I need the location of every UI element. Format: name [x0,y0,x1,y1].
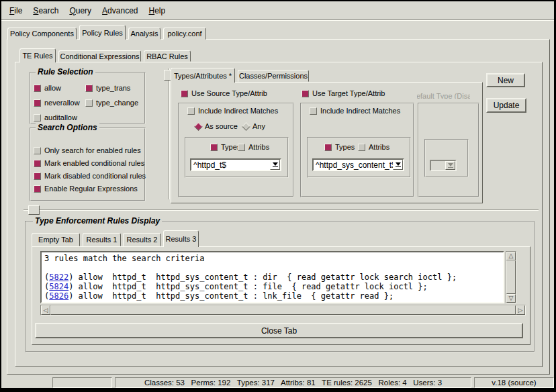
scroll-down-icon[interactable]: ▽ [506,294,516,303]
scroll-left-icon[interactable]: ◁ [41,305,50,315]
results-vscrollbar[interactable]: △ ▽ [506,251,516,303]
results-summary: 3 rules match the search criteria [44,254,500,263]
results-blank-line [44,263,500,273]
close-tab-button[interactable]: Close Tab [35,323,523,338]
rule-link-5824[interactable]: 5824 [49,282,68,291]
rule-link-5826[interactable]: 5826 [49,291,68,301]
hscroll-thumb[interactable] [50,305,516,315]
results-hscrollbar[interactable]: ◁ ▷ [40,305,526,315]
close-tab-button-label: Close Tab [261,326,297,336]
scroll-up-icon[interactable]: △ [506,252,516,260]
rule-line: (5826) allow httpd_t httpd_sys_content_t… [44,291,500,301]
rule-line: (5822) allow httpd_t httpd_sys_content_t… [44,273,500,282]
rule-line: (5824) allow httpd_t httpd_sys_content_t… [44,282,500,291]
scroll-right-icon[interactable]: ▷ [516,305,525,315]
rule-link-5822[interactable]: 5822 [49,273,68,282]
te-rules-content: Rule Selection allow type_trans neverall… [1,1,556,392]
results-content: 3 rules match the search criteria (5822)… [1,1,556,392]
apol-window: File Search Query Advanced Help Policy C… [0,0,556,392]
results-textarea[interactable]: 3 rules match the search criteria (5822)… [40,251,504,303]
vscroll-thumb[interactable] [506,260,516,294]
